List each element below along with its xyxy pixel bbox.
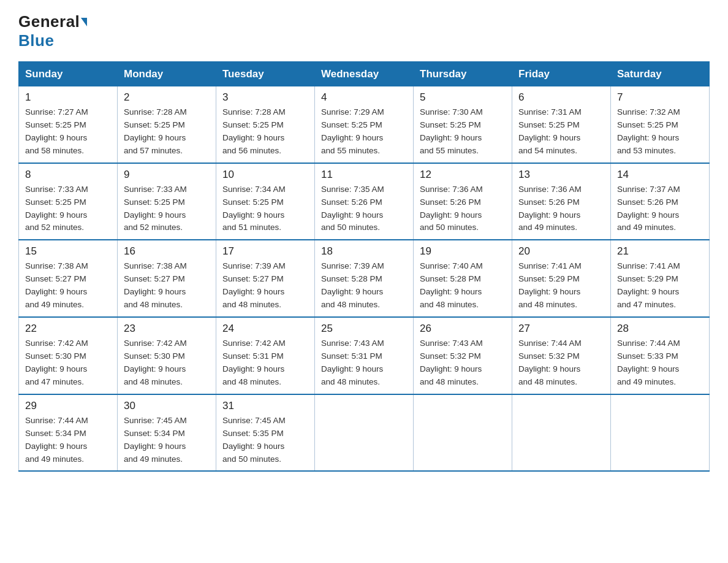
day-info: Sunrise: 7:38 AMSunset: 5:27 PMDaylight:…: [25, 260, 111, 312]
day-number: 15: [25, 245, 111, 258]
weekday-header-wednesday: Wednesday: [315, 62, 414, 86]
day-number: 30: [124, 400, 210, 412]
day-info: Sunrise: 7:34 AMSunset: 5:25 PMDaylight:…: [222, 183, 308, 235]
day-cell-24: 24Sunrise: 7:42 AMSunset: 5:31 PMDayligh…: [216, 317, 315, 394]
week-row-5: 29Sunrise: 7:44 AMSunset: 5:34 PMDayligh…: [19, 394, 710, 472]
day-info: Sunrise: 7:39 AMSunset: 5:28 PMDaylight:…: [321, 260, 407, 312]
empty-cell: [315, 394, 414, 472]
weekday-header-thursday: Thursday: [414, 62, 512, 86]
day-cell-26: 26Sunrise: 7:43 AMSunset: 5:32 PMDayligh…: [414, 317, 512, 394]
day-cell-7: 7Sunrise: 7:32 AMSunset: 5:25 PMDaylight…: [611, 86, 710, 163]
day-info: Sunrise: 7:42 AMSunset: 5:30 PMDaylight:…: [124, 337, 210, 389]
day-info: Sunrise: 7:43 AMSunset: 5:31 PMDaylight:…: [321, 337, 407, 389]
day-cell-15: 15Sunrise: 7:38 AMSunset: 5:27 PMDayligh…: [19, 240, 118, 317]
day-number: 24: [222, 323, 308, 335]
day-number: 10: [222, 169, 308, 181]
logo: General Blue: [18, 12, 87, 50]
day-info: Sunrise: 7:41 AMSunset: 5:29 PMDaylight:…: [617, 260, 703, 312]
week-row-3: 15Sunrise: 7:38 AMSunset: 5:27 PMDayligh…: [19, 240, 710, 317]
day-info: Sunrise: 7:43 AMSunset: 5:32 PMDaylight:…: [420, 337, 506, 389]
day-info: Sunrise: 7:28 AMSunset: 5:25 PMDaylight:…: [222, 106, 308, 158]
day-cell-31: 31Sunrise: 7:45 AMSunset: 5:35 PMDayligh…: [216, 394, 315, 472]
logo-blue-text: Blue: [18, 31, 54, 50]
day-number: 29: [25, 400, 111, 412]
day-number: 3: [222, 91, 308, 104]
day-info: Sunrise: 7:45 AMSunset: 5:34 PMDaylight:…: [124, 415, 210, 466]
day-info: Sunrise: 7:30 AMSunset: 5:25 PMDaylight:…: [420, 106, 506, 158]
day-number: 11: [321, 169, 407, 181]
day-cell-21: 21Sunrise: 7:41 AMSunset: 5:29 PMDayligh…: [611, 240, 710, 317]
day-info: Sunrise: 7:37 AMSunset: 5:26 PMDaylight:…: [617, 183, 703, 235]
day-cell-6: 6Sunrise: 7:31 AMSunset: 5:25 PMDaylight…: [512, 86, 611, 163]
day-cell-29: 29Sunrise: 7:44 AMSunset: 5:34 PMDayligh…: [19, 394, 118, 472]
day-cell-2: 2Sunrise: 7:28 AMSunset: 5:25 PMDaylight…: [118, 86, 216, 163]
day-number: 19: [420, 245, 506, 258]
day-number: 23: [124, 323, 210, 335]
day-number: 6: [518, 91, 604, 104]
day-cell-12: 12Sunrise: 7:36 AMSunset: 5:26 PMDayligh…: [414, 163, 512, 240]
empty-cell: [512, 394, 611, 472]
day-number: 12: [420, 169, 506, 181]
day-number: 5: [420, 91, 506, 104]
day-info: Sunrise: 7:39 AMSunset: 5:27 PMDaylight:…: [222, 260, 308, 312]
day-info: Sunrise: 7:36 AMSunset: 5:26 PMDaylight:…: [518, 183, 604, 235]
day-cell-20: 20Sunrise: 7:41 AMSunset: 5:29 PMDayligh…: [512, 240, 611, 317]
page-header: General Blue: [18, 12, 710, 50]
day-info: Sunrise: 7:31 AMSunset: 5:25 PMDaylight:…: [518, 106, 604, 158]
day-number: 31: [222, 400, 308, 412]
day-number: 14: [617, 169, 703, 181]
day-info: Sunrise: 7:42 AMSunset: 5:30 PMDaylight:…: [25, 337, 111, 389]
weekday-header-row: SundayMondayTuesdayWednesdayThursdayFrid…: [19, 62, 710, 86]
day-number: 21: [617, 245, 703, 258]
day-info: Sunrise: 7:33 AMSunset: 5:25 PMDaylight:…: [25, 183, 111, 235]
day-info: Sunrise: 7:38 AMSunset: 5:27 PMDaylight:…: [124, 260, 210, 312]
day-number: 4: [321, 91, 407, 104]
day-info: Sunrise: 7:45 AMSunset: 5:35 PMDaylight:…: [222, 415, 308, 466]
day-cell-3: 3Sunrise: 7:28 AMSunset: 5:25 PMDaylight…: [216, 86, 315, 163]
day-cell-30: 30Sunrise: 7:45 AMSunset: 5:34 PMDayligh…: [118, 394, 216, 472]
day-cell-10: 10Sunrise: 7:34 AMSunset: 5:25 PMDayligh…: [216, 163, 315, 240]
calendar-table: SundayMondayTuesdayWednesdayThursdayFrid…: [18, 61, 710, 472]
day-cell-5: 5Sunrise: 7:30 AMSunset: 5:25 PMDaylight…: [414, 86, 512, 163]
week-row-1: 1Sunrise: 7:27 AMSunset: 5:25 PMDaylight…: [19, 86, 710, 163]
day-info: Sunrise: 7:27 AMSunset: 5:25 PMDaylight:…: [25, 106, 111, 158]
day-cell-25: 25Sunrise: 7:43 AMSunset: 5:31 PMDayligh…: [315, 317, 414, 394]
day-cell-23: 23Sunrise: 7:42 AMSunset: 5:30 PMDayligh…: [118, 317, 216, 394]
week-row-4: 22Sunrise: 7:42 AMSunset: 5:30 PMDayligh…: [19, 317, 710, 394]
day-cell-4: 4Sunrise: 7:29 AMSunset: 5:25 PMDaylight…: [315, 86, 414, 163]
day-info: Sunrise: 7:44 AMSunset: 5:34 PMDaylight:…: [25, 415, 111, 466]
day-cell-19: 19Sunrise: 7:40 AMSunset: 5:28 PMDayligh…: [414, 240, 512, 317]
day-number: 8: [25, 169, 111, 181]
day-info: Sunrise: 7:35 AMSunset: 5:26 PMDaylight:…: [321, 183, 407, 235]
day-info: Sunrise: 7:36 AMSunset: 5:26 PMDaylight:…: [420, 183, 506, 235]
day-number: 9: [124, 169, 210, 181]
day-info: Sunrise: 7:42 AMSunset: 5:31 PMDaylight:…: [222, 337, 308, 389]
day-number: 17: [222, 245, 308, 258]
day-cell-16: 16Sunrise: 7:38 AMSunset: 5:27 PMDayligh…: [118, 240, 216, 317]
day-number: 2: [124, 91, 210, 104]
day-cell-27: 27Sunrise: 7:44 AMSunset: 5:32 PMDayligh…: [512, 317, 611, 394]
day-cell-18: 18Sunrise: 7:39 AMSunset: 5:28 PMDayligh…: [315, 240, 414, 317]
day-number: 7: [617, 91, 703, 104]
day-number: 27: [518, 323, 604, 335]
day-number: 20: [518, 245, 604, 258]
logo-arrow-icon: [81, 18, 87, 26]
day-cell-11: 11Sunrise: 7:35 AMSunset: 5:26 PMDayligh…: [315, 163, 414, 240]
day-number: 13: [518, 169, 604, 181]
weekday-header-saturday: Saturday: [611, 62, 710, 86]
weekday-header-monday: Monday: [118, 62, 216, 86]
day-cell-22: 22Sunrise: 7:42 AMSunset: 5:30 PMDayligh…: [19, 317, 118, 394]
day-cell-13: 13Sunrise: 7:36 AMSunset: 5:26 PMDayligh…: [512, 163, 611, 240]
day-info: Sunrise: 7:40 AMSunset: 5:28 PMDaylight:…: [420, 260, 506, 312]
day-number: 1: [25, 91, 111, 104]
day-number: 18: [321, 245, 407, 258]
weekday-header-tuesday: Tuesday: [216, 62, 315, 86]
empty-cell: [414, 394, 512, 472]
day-info: Sunrise: 7:33 AMSunset: 5:25 PMDaylight:…: [124, 183, 210, 235]
day-info: Sunrise: 7:44 AMSunset: 5:32 PMDaylight:…: [518, 337, 604, 389]
day-cell-8: 8Sunrise: 7:33 AMSunset: 5:25 PMDaylight…: [19, 163, 118, 240]
day-cell-17: 17Sunrise: 7:39 AMSunset: 5:27 PMDayligh…: [216, 240, 315, 317]
day-cell-28: 28Sunrise: 7:44 AMSunset: 5:33 PMDayligh…: [611, 317, 710, 394]
day-number: 25: [321, 323, 407, 335]
week-row-2: 8Sunrise: 7:33 AMSunset: 5:25 PMDaylight…: [19, 163, 710, 240]
